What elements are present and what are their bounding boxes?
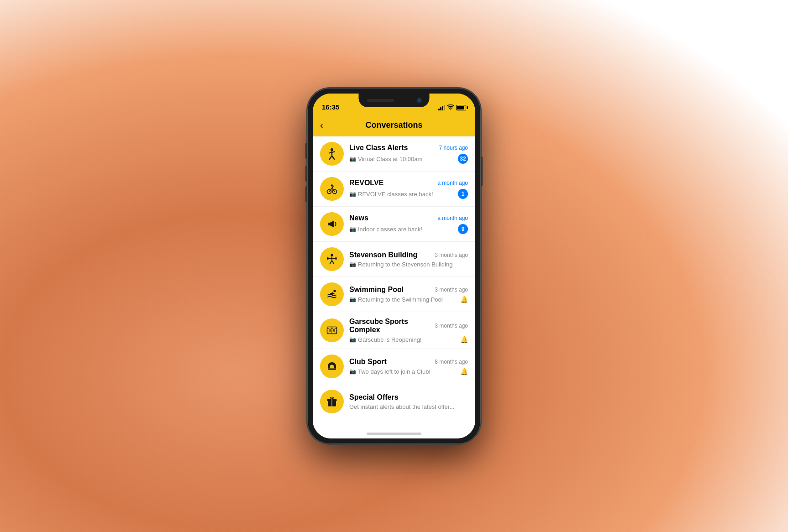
conv-time: 8 months ago (435, 359, 468, 365)
camera-icon: 📷 (349, 336, 356, 343)
conv-bottom-row: 📷 Virtual Class at 10:00am 32 (349, 154, 468, 164)
conv-time: a month ago (437, 180, 468, 186)
svg-point-0 (450, 109, 451, 110)
conv-top-row: REVOLVE a month ago (349, 179, 468, 187)
mute-icon: 🔔̶ (460, 336, 468, 343)
home-indicator (367, 433, 421, 435)
unread-badge: 9 (458, 224, 468, 234)
conversation-body: News a month ago 📷 Indoor classes are ba… (349, 214, 468, 234)
conversation-body: REVOLVE a month ago 📷 REVOLVE classes ar… (349, 179, 468, 199)
conv-time: a month ago (437, 215, 468, 221)
conv-time: 7 hours ago (439, 145, 468, 151)
conv-preview: 📷 Virtual Class at 10:00am (349, 156, 454, 162)
conversation-body: Special Offers Get instant alerts about … (349, 393, 468, 410)
svg-line-5 (332, 156, 334, 160)
conv-time: 3 months ago (435, 252, 468, 258)
conv-name: Stevenson Building (349, 251, 417, 259)
conv-name: News (349, 214, 368, 222)
conv-top-row: Live Class Alerts 7 hours ago (349, 144, 468, 152)
conv-bottom-row: 📷 Returning to the Stevenson Building (349, 261, 468, 268)
scene: 16:35 (0, 0, 788, 532)
conv-preview: 📷 Returning to the Stevenson Building (349, 261, 468, 268)
avatar (320, 390, 344, 413)
avatar (320, 212, 344, 236)
status-icons (438, 104, 466, 111)
list-item[interactable]: Swimming Pool 3 months ago 📷 Returning t… (313, 277, 475, 312)
svg-rect-23 (328, 369, 336, 370)
svg-rect-14 (336, 257, 337, 260)
list-item[interactable]: News a month ago 📷 Indoor classes are ba… (313, 207, 475, 242)
camera (417, 98, 421, 103)
conversation-body: Club Sport 8 months ago 📷 Two days left … (349, 358, 468, 375)
camera-icon: 📷 (349, 191, 356, 197)
avatar (320, 282, 344, 306)
svg-line-3 (329, 152, 335, 153)
back-button[interactable]: ‹ (320, 120, 323, 130)
conv-bottom-row: 📷 REVOLVE classes are back! 1 (349, 189, 468, 199)
signal-bars (438, 105, 445, 110)
signal-bar-1 (438, 109, 440, 110)
conv-top-row: Garscube Sports Complex 3 months ago (349, 318, 468, 334)
battery-fill (457, 106, 464, 110)
mute-icon: 🔔̶ (460, 296, 468, 303)
conv-top-row: Club Sport 8 months ago (349, 358, 468, 366)
phone-device: 16:35 (307, 88, 481, 444)
svg-point-10 (331, 254, 333, 256)
conv-preview: 📷 Two days left to join a Club! (349, 368, 457, 375)
speaker (367, 99, 394, 102)
list-item[interactable]: Special Offers Get instant alerts about … (313, 384, 475, 419)
conv-top-row: Special Offers (349, 393, 468, 402)
avatar (320, 177, 344, 201)
avatar (320, 247, 344, 271)
svg-rect-13 (327, 257, 329, 260)
phone-notch (359, 94, 430, 107)
unread-badge: 32 (458, 154, 468, 164)
avatar (320, 142, 344, 166)
conv-name: REVOLVE (349, 179, 383, 187)
conv-bottom-row: 📷 Indoor classes are back! 9 (349, 224, 468, 234)
svg-rect-9 (328, 223, 330, 225)
list-item[interactable]: Garscube Sports Complex 3 months ago 📷 G… (313, 312, 475, 349)
conv-preview: 📷 Returning to the Swimming Pool (349, 296, 457, 303)
conv-name: Garscube Sports Complex (349, 318, 431, 334)
camera-icon: 📷 (349, 296, 356, 303)
svg-point-17 (333, 290, 336, 292)
signal-bar-3 (442, 106, 443, 110)
conv-bottom-row: 📷 Garscube is Reopening! 🔔̶ (349, 336, 468, 343)
signal-bar-4 (444, 105, 445, 110)
phone-screen: 16:35 (313, 94, 475, 438)
camera-icon: 📷 (349, 368, 356, 375)
conv-name: Live Class Alerts (349, 144, 408, 152)
conv-time: 3 months ago (435, 287, 468, 293)
battery-icon (456, 105, 466, 110)
list-item[interactable]: REVOLVE a month ago 📷 REVOLVE classes ar… (313, 172, 475, 207)
conv-name: Club Sport (349, 358, 387, 366)
conversations-list[interactable]: Live Class Alerts 7 hours ago 📷 Virtual … (313, 136, 475, 438)
conversation-body: Swimming Pool 3 months ago 📷 Returning t… (349, 286, 468, 303)
avatar (320, 355, 344, 378)
wifi-icon (447, 104, 454, 111)
conv-time: 3 months ago (435, 323, 468, 329)
avatar (320, 318, 344, 342)
svg-line-4 (330, 156, 332, 160)
conv-bottom-row: Get instant alerts about the latest offe… (349, 403, 468, 410)
conv-preview: 📷 Garscube is Reopening! (349, 336, 457, 343)
camera-icon: 📷 (349, 226, 356, 232)
signal-bar-2 (440, 107, 441, 110)
list-item[interactable]: Club Sport 8 months ago 📷 Two days left … (313, 349, 475, 384)
svg-line-15 (330, 261, 332, 264)
conv-bottom-row: 📷 Returning to the Swimming Pool 🔔̶ (349, 296, 468, 303)
list-item[interactable]: Live Class Alerts 7 hours ago 📷 Virtual … (313, 136, 475, 172)
conv-top-row: News a month ago (349, 214, 468, 222)
mute-icon: 🔔̶ (460, 368, 468, 375)
conversation-body: Stevenson Building 3 months ago 📷 Return… (349, 251, 468, 268)
list-item[interactable]: Stevenson Building 3 months ago 📷 Return… (313, 242, 475, 277)
camera-icon: 📷 (349, 261, 356, 267)
svg-point-8 (331, 184, 333, 187)
app-header: ‹ Conversations (313, 114, 475, 136)
conversation-body: Garscube Sports Complex 3 months ago 📷 G… (349, 318, 468, 343)
conv-bottom-row: 📷 Two days left to join a Club! 🔔̶ (349, 368, 468, 375)
header-title: Conversations (365, 120, 422, 130)
conv-preview: 📷 Indoor classes are back! (349, 226, 454, 233)
conversation-body: Live Class Alerts 7 hours ago 📷 Virtual … (349, 144, 468, 164)
